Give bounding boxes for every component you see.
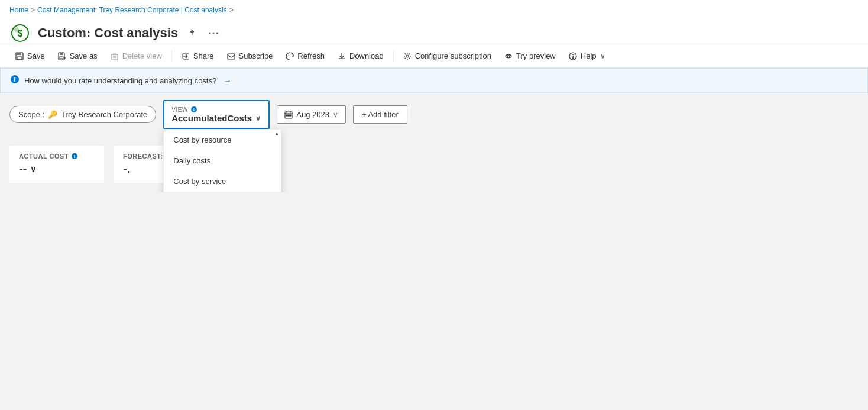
more-options-button[interactable] [206, 26, 221, 40]
date-chevron-icon: ∨ [333, 111, 338, 119]
main-content: ACTUAL COST i -- ∨ FORECAST: CHART VIEW … [0, 136, 868, 192]
view-value: AccumulatedCosts ∨ [171, 113, 261, 123]
configure-subscription-button[interactable]: Configure subscription [397, 48, 497, 64]
view-dropdown-menu: ▲ Cost by resource Daily costs Cost by s… [163, 129, 281, 192]
svg-rect-25 [290, 115, 291, 116]
scope-label: Scope : [18, 110, 44, 119]
forecast-dash: -. [123, 162, 130, 176]
add-filter-button[interactable]: + Add filter [353, 105, 407, 124]
save-as-label: Save as [70, 51, 98, 60]
key-icon: 🔑 [48, 110, 57, 119]
save-label: Save [27, 51, 45, 60]
actual-cost-chevron-icon[interactable]: ∨ [30, 164, 36, 174]
download-label: Download [349, 51, 384, 60]
help-label: Help [581, 51, 597, 60]
menu-item-cost-by-resource[interactable]: Cost by resource [164, 130, 281, 150]
toolbar: Save Save as Delete view [0, 44, 868, 68]
save-icon [15, 52, 24, 60]
breadcrumb-home[interactable]: Home [9, 6, 28, 14]
share-icon [182, 52, 190, 60]
svg-point-3 [209, 33, 211, 34]
help-button[interactable]: Help ∨ [563, 48, 611, 64]
refresh-button[interactable]: Refresh [280, 48, 331, 64]
toolbar-divider-2 [393, 50, 394, 62]
svg-rect-10 [60, 53, 63, 55]
save-button[interactable]: Save [9, 48, 51, 64]
info-link[interactable]: → [224, 76, 231, 85]
configure-subscription-label: Configure subscription [415, 51, 491, 60]
view-chevron-icon: ∨ [255, 114, 261, 122]
subscribe-label: Subscribe [239, 51, 273, 60]
try-preview-button[interactable]: Try preview [498, 48, 562, 64]
view-dropdown: VIEW i AccumulatedCosts ∨ ▲ Cost by reso… [163, 100, 270, 129]
svg-rect-7 [17, 53, 21, 55]
share-button[interactable]: Share [176, 48, 220, 64]
share-label: Share [193, 51, 214, 60]
help-icon [569, 52, 577, 60]
breadcrumb-cost-management[interactable]: Cost Management: Trey Research Corporate… [37, 6, 227, 14]
scope-value: Trey Research Corporate [61, 110, 147, 119]
view-label: VIEW i [171, 106, 197, 113]
refresh-label: Refresh [297, 51, 325, 60]
svg-text:i: i [193, 107, 195, 112]
menu-item-invoice-details[interactable]: Invoice details [164, 192, 281, 192]
save-as-button[interactable]: Save as [52, 48, 103, 64]
try-preview-icon [504, 52, 513, 60]
svg-text:i: i [74, 154, 76, 159]
help-chevron-icon: ∨ [600, 52, 605, 60]
download-icon [338, 52, 346, 60]
delete-icon [111, 52, 119, 60]
scope-button[interactable]: Scope : 🔑 Trey Research Corporate [9, 106, 156, 123]
svg-point-5 [216, 33, 218, 34]
delete-view-button[interactable]: Delete view [105, 48, 168, 64]
save-as-icon [58, 52, 66, 60]
svg-rect-11 [60, 57, 63, 59]
svg-rect-24 [288, 115, 289, 116]
svg-point-15 [507, 55, 510, 57]
pin-button[interactable] [185, 26, 199, 40]
actual-cost-value: -- ∨ [19, 162, 95, 176]
svg-point-2 [14, 27, 19, 32]
svg-rect-13 [228, 54, 235, 59]
svg-point-17 [572, 57, 573, 58]
actual-cost-dash: -- [19, 162, 27, 176]
date-value: Aug 2023 [296, 110, 329, 119]
svg-text:i: i [14, 76, 16, 83]
subscribe-icon [227, 52, 235, 60]
view-dropdown-button[interactable]: VIEW i AccumulatedCosts ∨ [163, 100, 270, 129]
page-header: $ Custom: Cost analysis [0, 18, 868, 44]
breadcrumb: Home > Cost Management: Trey Research Co… [0, 0, 868, 18]
info-icon: i [10, 75, 20, 86]
svg-point-4 [213, 33, 215, 34]
svg-point-14 [406, 55, 409, 57]
metrics-row: ACTUAL COST i -- ∨ FORECAST: CHART VIEW … [9, 136, 859, 183]
svg-rect-23 [286, 115, 287, 116]
actual-cost-label: ACTUAL COST i [19, 153, 95, 160]
toolbar-divider-1 [171, 50, 172, 62]
actual-cost-card: ACTUAL COST i -- ∨ [9, 146, 104, 183]
try-preview-label: Try preview [516, 51, 556, 60]
configure-icon [403, 52, 412, 60]
menu-item-daily-costs[interactable]: Daily costs [164, 150, 281, 171]
subscribe-button[interactable]: Subscribe [221, 48, 279, 64]
download-button[interactable]: Download [332, 48, 390, 64]
refresh-icon [286, 52, 294, 60]
calendar-icon [284, 111, 293, 119]
breadcrumb-sep1: > [31, 6, 35, 14]
info-message: How would you rate understanding and ana… [24, 76, 216, 85]
breadcrumb-sep2: > [229, 6, 234, 14]
add-filter-label: + Add filter [362, 110, 399, 119]
svg-rect-8 [17, 57, 22, 59]
controls-bar: Scope : 🔑 Trey Research Corporate VIEW i… [0, 93, 868, 136]
page-icon: $ [9, 22, 31, 44]
delete-view-label: Delete view [122, 51, 162, 60]
info-bar: i How would you rate understanding and a… [0, 68, 868, 93]
page-title: Custom: Cost analysis [38, 25, 178, 41]
menu-item-cost-by-service[interactable]: Cost by service [164, 171, 281, 192]
date-picker-button[interactable]: Aug 2023 ∨ [277, 105, 346, 124]
